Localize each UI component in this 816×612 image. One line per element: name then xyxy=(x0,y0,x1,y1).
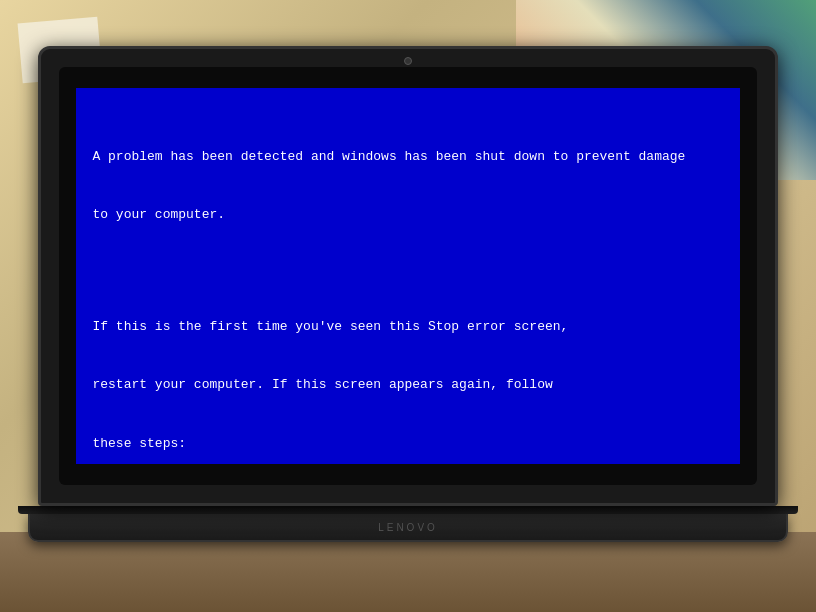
webcam-dot xyxy=(404,57,412,65)
laptop-brand-label: Lenovo xyxy=(378,522,438,533)
laptop-lid: A problem has been detected and windows … xyxy=(38,46,778,506)
bsod-line-2: to your computer. xyxy=(92,205,723,225)
bsod-spacer-1 xyxy=(92,264,723,278)
laptop-base: Lenovo xyxy=(28,514,788,542)
laptop-hinge xyxy=(18,506,798,514)
bsod-content: A problem has been detected and windows … xyxy=(92,108,723,464)
bsod-line-3: If this is the first time you've seen th… xyxy=(92,317,723,337)
bsod-screen: A problem has been detected and windows … xyxy=(76,88,739,464)
bsod-line-1: A problem has been detected and windows … xyxy=(92,147,723,167)
laptop: A problem has been detected and windows … xyxy=(28,46,788,566)
bsod-line-4: restart your computer. If this screen ap… xyxy=(92,375,723,395)
bsod-line-5: these steps: xyxy=(92,434,723,454)
laptop-bezel: A problem has been detected and windows … xyxy=(59,67,757,485)
